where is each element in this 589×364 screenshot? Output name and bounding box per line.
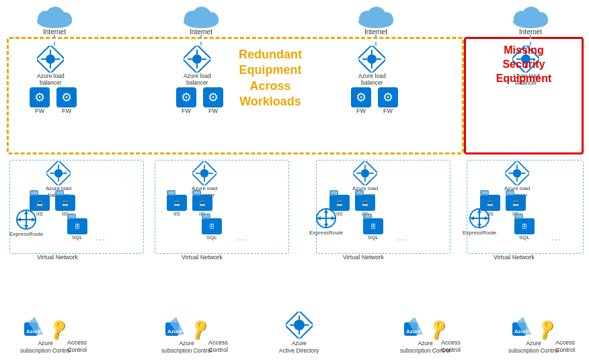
sql-label-col4: SQL xyxy=(519,234,530,240)
bottom-col1: Azure 🔑 Azuresubscription Control xyxy=(20,316,71,355)
col3-expressroute: ExpressRoute xyxy=(309,207,343,236)
access-label-col1: AccessControl xyxy=(67,339,87,355)
col1-fw-row: ⚙ FW ⚙ FW xyxy=(30,87,77,114)
fw2-label-col3: FW xyxy=(383,107,393,114)
vm-badge-col2-2: VM xyxy=(192,190,201,195)
dots-col4: ··· xyxy=(551,234,561,244)
sql-box-col2: VM🗄 xyxy=(202,218,222,234)
expressroute-label-col1: ExpressRoute xyxy=(9,231,43,237)
col1-expressroute: ExpressRoute xyxy=(9,208,43,237)
diagram: RedundantEquipmentAcrossWorkloads Missin… xyxy=(0,0,589,364)
bottom-col5: Azure 🔑 Azuresubscription Control xyxy=(508,316,559,355)
lb-icon-col1-top xyxy=(37,46,64,73)
vnet-label-col2: Virtual Network xyxy=(182,254,223,261)
key-symbol-col1: 🔑 xyxy=(46,318,71,342)
col1-fw1: ⚙ FW xyxy=(30,87,50,114)
key-symbol-col4a: 🔑 xyxy=(426,318,450,342)
bottom-col2-icons: Azure 🔑 xyxy=(164,316,209,338)
vm-box-col2-1: VM💻 xyxy=(167,195,187,211)
svg-point-23 xyxy=(379,12,393,27)
lb-label-col2-top: Azure loadbalancer xyxy=(184,73,211,86)
bottom-col1-icons: Azure 🔑 xyxy=(23,316,68,338)
sql-box-col3: VM🗄 xyxy=(363,218,383,234)
dots-col2: ··· xyxy=(237,234,247,244)
lb-icon-col1-mid xyxy=(46,161,71,185)
azure-svg-col5: Azure xyxy=(511,316,534,338)
sql-box-col1: VM 🗄 xyxy=(67,218,87,234)
bottom-label-col5: Azuresubscription Control xyxy=(508,340,559,355)
col4-sql: VM🗄 SQL xyxy=(514,218,535,240)
col2-sql: VM🗄 SQL xyxy=(202,218,222,240)
svg-text:Azure: Azure xyxy=(514,328,530,334)
col3-sql: VM🗄 SQL xyxy=(363,218,383,240)
vm-box-col1-2: VM 💻 xyxy=(55,195,75,211)
lb-icon-col4-mid xyxy=(505,161,529,185)
col2-fw2: ⚙ FW xyxy=(203,87,223,114)
vm-badge-col3-2: VM xyxy=(355,190,364,195)
sql-label-col1: SQL xyxy=(72,234,83,240)
gear-icon-col2-fw2: ⚙ xyxy=(203,87,223,107)
svg-point-77 xyxy=(513,169,522,178)
col1-top-lb: Azure loadbalancer xyxy=(37,46,65,86)
lb-icon-col2-mid xyxy=(192,161,217,185)
fw1-label-col1: FW xyxy=(35,107,44,114)
svg-point-62 xyxy=(361,169,370,178)
col2-cloud: Internet xyxy=(182,5,221,36)
gear-icon-col3-fw1: ⚙ xyxy=(351,87,371,107)
svg-point-13 xyxy=(204,12,219,27)
col3-fw1: ⚙ FW xyxy=(351,87,371,114)
ad-svg-col3 xyxy=(286,312,313,338)
vline-col3-top xyxy=(375,35,377,46)
sql-badge-col2: VM xyxy=(202,214,210,219)
key-symbol-col5: 🔑 xyxy=(535,318,559,342)
fw2-label-col2: FW xyxy=(208,107,218,114)
col3-top-lb: Azure loadbalancer xyxy=(358,46,386,86)
svg-text:Azure: Azure xyxy=(26,328,42,334)
sql-badge-col1: VM xyxy=(67,214,76,219)
lb-icon-col3-mid xyxy=(353,161,377,185)
fw2-label-col1: FW xyxy=(62,107,71,114)
vnet-label-col1: Virtual Network xyxy=(37,254,78,261)
svg-point-56 xyxy=(200,169,209,178)
svg-point-15 xyxy=(192,54,202,64)
col3-fw2: ⚙ FW xyxy=(378,87,398,114)
vm-badge-col1-1: VM xyxy=(30,190,38,195)
bottom-col5-icons: Azure 🔑 xyxy=(511,316,556,338)
col1-fw2: ⚙ FW xyxy=(56,87,77,114)
cloud-icon-col4 xyxy=(511,5,550,28)
bottom-label-col3: AzureActive Directory xyxy=(279,340,319,355)
active-directory-icon-col3 xyxy=(286,312,313,338)
vline-col4-top xyxy=(530,35,531,46)
key-icon-col1: 🔑 xyxy=(50,321,68,338)
gear-icon-col2-fw1: ⚙ xyxy=(176,87,196,107)
azure-icon-col1: Azure xyxy=(23,316,46,338)
col3-cloud: Internet xyxy=(356,5,395,36)
bottom-col3-icons xyxy=(286,312,313,338)
svg-point-33 xyxy=(533,12,548,27)
lb-label-col1-top: Azure loadbalancer xyxy=(37,73,65,86)
vm-box-col4-2: VM💻 xyxy=(506,195,526,211)
svg-text:Azure: Azure xyxy=(406,328,422,334)
vline-col1-top xyxy=(54,35,55,46)
bottom-label-col1: Azuresubscription Control xyxy=(20,340,71,355)
vline-col2-top xyxy=(200,35,202,46)
access-label-col5: AccessControl xyxy=(555,339,575,355)
vm-badge-col3-1: VM xyxy=(329,190,338,195)
col2-fw-row: ⚙ FW ⚙ FW xyxy=(176,87,223,114)
svg-point-41 xyxy=(54,169,63,178)
access-label-col2: AccessControl xyxy=(208,339,228,355)
lb-label-col4-top: Azure loadbalancer xyxy=(512,73,540,86)
azure-svg-col4: Azure xyxy=(403,316,426,338)
vm-badge-col1-2: VM xyxy=(55,190,64,195)
vm-badge-col4-2: VM xyxy=(506,190,514,195)
bottom-label-col2: Azuresubscription Control xyxy=(161,340,212,355)
bottom-col3: AzureActive Directory xyxy=(279,312,319,355)
vnet-label-col4: Virtual Network xyxy=(494,254,535,261)
vnet-label-col3: Virtual Network xyxy=(343,254,384,261)
sql-badge-col4: VM xyxy=(514,214,523,219)
expressroute-icon-col1 xyxy=(15,208,38,231)
sql-label-col3: SQL xyxy=(368,234,379,240)
expressroute-icon-col4 xyxy=(468,207,491,230)
azure-icon-col4: Azure xyxy=(403,316,426,338)
azure-icon-col2: Azure xyxy=(164,316,187,338)
